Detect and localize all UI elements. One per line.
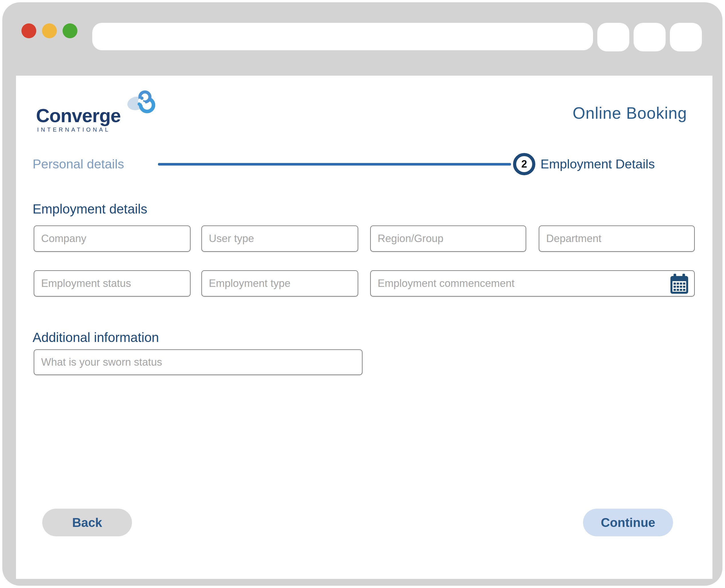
browser-window: Converge INTERNATIONAL Online Booking Pe… [2,2,722,586]
stepper-step-employment-details: Employment Details [541,157,655,171]
employment-details-heading: Employment details [33,201,147,217]
browser-toolbar-button-1[interactable] [597,23,629,51]
calendar-icon[interactable] [670,274,688,294]
department-input[interactable] [539,226,695,252]
browser-toolbar-button-3[interactable] [670,23,702,51]
back-button[interactable]: Back [42,509,132,536]
stepper-connector-line [158,163,511,166]
converge-logo-icon [127,90,155,114]
traffic-light-close-button[interactable] [21,23,36,38]
employment-status-input[interactable] [34,270,190,297]
employment-type-input[interactable] [201,270,358,297]
address-bar[interactable] [92,23,593,50]
traffic-light-zoom-button[interactable] [63,23,77,38]
region-group-input[interactable] [370,226,526,252]
page-title: Online Booking [572,104,687,123]
continue-button[interactable]: Continue [583,509,673,536]
brand-wordmark: Converge [36,105,121,126]
traffic-light-minimize-button[interactable] [42,23,57,38]
employment-commencement-input[interactable] [370,270,695,297]
stepper-step-personal-details[interactable]: Personal details [33,157,124,171]
content-panel: Converge INTERNATIONAL Online Booking Pe… [16,76,712,579]
company-input[interactable] [34,226,190,252]
brand-subtext: INTERNATIONAL [37,126,110,133]
stepper-step-2-number: 2 [521,158,527,170]
page: Converge INTERNATIONAL Online Booking Pe… [0,0,725,588]
sworn-status-input[interactable] [34,349,363,375]
user-type-input[interactable] [201,226,358,252]
additional-information-heading: Additional information [33,330,159,345]
stepper-step-2-circle: 2 [513,153,535,175]
browser-toolbar-button-2[interactable] [633,23,666,51]
